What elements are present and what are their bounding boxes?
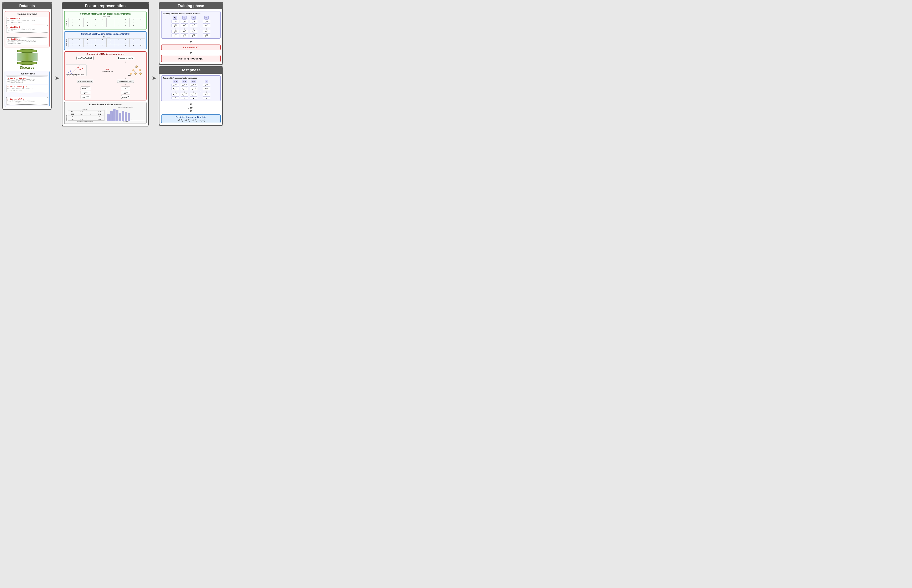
feat-cp1-xd: xd(p+1) xyxy=(172,93,179,96)
feat-cp-x2: x2(p) xyxy=(203,24,210,27)
features-header: Feature representation xyxy=(62,3,149,10)
training-and-test: Training phase Training circRNA-disease … xyxy=(159,2,223,145)
new-circrna-p1-id: > New circRNA p+1 xyxy=(8,78,47,79)
feat-cq-x2: x2(q) xyxy=(203,87,210,90)
dis-sim-container: Diseases Diseases 1.000.30…0.28 0.301.00… xyxy=(66,107,145,122)
training-matrices-panel: Training circRNA-disease feature matrice… xyxy=(161,11,221,39)
svm-sq-1 xyxy=(68,72,69,73)
arrow-pse-down: ↓ xyxy=(84,61,86,64)
diseases-cylinder: Diseases xyxy=(5,49,50,69)
datasets-header: Datasets xyxy=(3,3,52,10)
feat-c3-header: c3 xyxy=(191,16,196,19)
diseases-row-label: Diseases xyxy=(66,110,67,121)
training-title: Training phase xyxy=(178,4,204,8)
circrna-1-block: > circRNA 1 GGCTCCCTTTCCCAATGGTAGTTTGTG … xyxy=(6,17,48,24)
bar-6 xyxy=(122,111,124,121)
ksim-row: ↓ K similar diseases ↓ ↓ K similar circR… xyxy=(66,77,145,86)
bar-2 xyxy=(110,111,113,121)
new-circrna-q-seq1: GTATCCTGAAGAACTTGCCTGGCACAC xyxy=(8,100,47,102)
pred-item-q: F(x(q)) xyxy=(201,119,205,122)
gbdt-label: GBDT xyxy=(128,74,133,76)
new-circrna-q-seq2: AAATTTAAGTCGAAAA... xyxy=(8,102,47,104)
feat-cp-header: cp xyxy=(204,16,209,19)
dots-1: ⋮ xyxy=(6,34,48,37)
feat-cp3-header: cp+3 xyxy=(191,80,196,83)
matrix2-inner: Diseases 00110…2010 ⋮⋮⋮⋮⋮…⋮⋮⋮⋮ 10201…103… xyxy=(68,36,145,47)
arrow-ksim-circrnas-down: ↓ xyxy=(117,77,134,80)
feat-c2-x2: x2(2) xyxy=(181,24,188,27)
training-body: Training circRNA-disease feature matrice… xyxy=(159,10,223,64)
training-matrix-row: c1 x1(1) x2(1) ⋮ xd(1) y(1) c2 x1(2) xyxy=(163,16,219,37)
circrna-p-id: > circRNA p xyxy=(8,38,47,40)
methods-row: SVMsem NBsem GBDTsem SVMcor NBcor GBDTco… xyxy=(66,87,145,99)
datasets-title: Datasets xyxy=(19,4,35,8)
matrix2-row-3: 10201…1030 xyxy=(68,44,145,47)
arrow-ksim-diseases-down2: ↓ xyxy=(77,83,93,86)
test-circrnas-title: Test circRNAs xyxy=(6,73,48,76)
feat-dots-between: … xyxy=(199,24,201,29)
diseases-label-1: Diseases xyxy=(68,16,145,18)
cylinder-bottom xyxy=(17,61,37,65)
method-svm-cor: SVMcor xyxy=(121,87,130,90)
circrnas-label-1: circRNAs xyxy=(66,16,68,28)
ranking-model-label: Ranking model F(x) xyxy=(178,57,204,60)
bar-5 xyxy=(119,113,121,121)
scores-panel: Compute circRNA-disease pair scores circ… xyxy=(64,52,147,100)
new-circrna-p1-block: > New circRNA p+1 TTGAAGAAGTAGTTGTGACTTT… xyxy=(6,76,48,84)
fx-container: ▼ F(x) ▼ xyxy=(161,103,221,113)
methods-sem: SVMsem NBsem GBDTsem xyxy=(81,87,90,99)
gbdt-visual: GBDT xyxy=(128,65,145,76)
features-column: Feature representation Construct circRNA… xyxy=(62,2,149,145)
bar-8 xyxy=(128,113,130,121)
test-title: Test phase xyxy=(181,68,201,72)
datasets-section: Datasets Training circRNAs > circRNA 1 G… xyxy=(2,2,52,110)
new-circrna-p2-id: > New circRNA p+2 xyxy=(8,86,47,88)
feat-c3-dots: ⋮ xyxy=(193,27,194,30)
score-inputs-row: circRNA PseKNC Disease similarity xyxy=(66,56,145,60)
dis-sim-right: No. of related circRNAs … xyxy=(106,107,145,122)
bar-1 xyxy=(107,115,110,121)
feat-cq-header: cq xyxy=(205,80,208,83)
feat-col-c1: c1 x1(1) x2(1) ⋮ xd(1) y(1) xyxy=(171,16,180,37)
arrow-ksim-circrnas-down2: ↓ xyxy=(117,83,134,86)
feat-cp-x1: x1(p) xyxy=(203,20,210,24)
matrix-label: Disease similarity matrix xyxy=(66,121,105,122)
matrix1-panel: Construct circRNA-miRNA-disease adjacent… xyxy=(64,11,147,30)
test-header: Test phase xyxy=(159,67,223,74)
feat-cp2-header: cp+2 xyxy=(182,80,187,83)
feat-col-c2: c2 x1(2) x2(2) ⋮ xd(2) y(2) xyxy=(180,16,189,37)
matrix1-title: Construct circRNA-miRNA-disease adjacent… xyxy=(66,13,145,15)
cylinder-top xyxy=(17,49,37,53)
circrna-p-block: > circRNA p GTAATATCTGCTTCTTCTGACACGACAG… xyxy=(6,37,48,45)
feat-cq-x1: x1(q) xyxy=(203,84,210,87)
disease-sim-box: Disease similarity xyxy=(117,56,134,60)
circrna-2-block: > circRNA 2 CTGCACAGATGTCCCGATCTCTCTGACT… xyxy=(6,25,48,33)
training-test-column: Training phase Training circRNA-disease … xyxy=(159,2,223,145)
datasets-column: Datasets Training circRNAs > circRNA 1 G… xyxy=(2,2,52,145)
new-circrna-q-id: > New circRNA q xyxy=(8,98,47,100)
circrna-pse-box: circRNA PseKNC xyxy=(76,56,94,60)
feat-cq-dots: ⋮ xyxy=(206,90,207,93)
circrnas-label-2: circRNAs xyxy=(66,36,68,48)
test-matrix-row: cp+1 x1(p+1) x2(p+1) ⋮ xd(p+1) ? cp+2 x1… xyxy=(163,80,219,100)
training-matrices-title: Training circRNA-disease feature matrice… xyxy=(163,13,219,15)
feat-cp2-dots: ⋮ xyxy=(183,90,185,93)
matrix1-wrapper: circRNAs Diseases 10032…1012 ⋮⋮⋮⋮⋮…⋮⋮⋮⋮ xyxy=(66,16,145,28)
diseases-label-2: Diseases xyxy=(68,36,145,38)
sim-matrix-table: 1.000.30…0.28 0.301.00…0.62 ⋮⋮…⋮ 0.280.6… xyxy=(68,110,105,121)
gbdt-edges xyxy=(128,65,145,76)
feat-cp1-x2: x2(p+1) xyxy=(172,87,179,90)
method-gbdt-cor: GBDTcor xyxy=(121,95,130,99)
new-circrna-q-block: > New circRNA q GTATCCTGAAGAACTTGCCTGGCA… xyxy=(6,97,48,105)
feat-cp1-dots: ⋮ xyxy=(174,90,176,93)
fx-label: F(x) xyxy=(161,106,221,110)
svm-dot-1 xyxy=(78,67,79,68)
diseases-col-label: Diseases xyxy=(66,108,105,110)
matrix2-title: Construct circRNA-gene-disease adjacent … xyxy=(66,33,145,35)
bar-ellipsis: … xyxy=(131,118,133,121)
feat-c1-dots: ⋮ xyxy=(174,27,176,30)
fx-arrow: ▼ xyxy=(161,103,221,106)
matrix1-row-1: 10032…1012 xyxy=(68,18,145,21)
feat-cp-dots: ⋮ xyxy=(206,27,207,30)
matrix1-inner: Diseases 10032…1012 ⋮⋮⋮⋮⋮…⋮⋮⋮⋮ 30131…203… xyxy=(68,16,145,27)
